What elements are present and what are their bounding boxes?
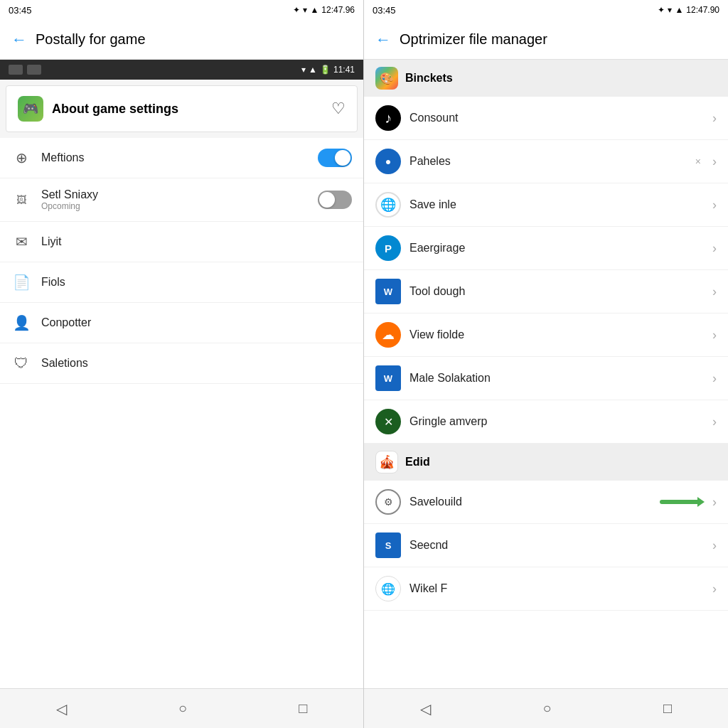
conpotter-icon: 👤: [11, 313, 31, 333]
right-status-icons: ✦ ▾ ▲ 12:47.90: [658, 5, 719, 15]
setl-toggle[interactable]: [318, 191, 352, 209]
meftions-thumb: [335, 150, 350, 166]
left-panel: 03:45 ✦ ▾ ▲ 12:47.96 ← Postally for game…: [0, 0, 364, 728]
fm-item-malesolakation[interactable]: W Male Solakation ›: [364, 357, 728, 400]
savelouild-arrow: ›: [712, 495, 717, 510]
tooldough-label: Tool dough: [410, 285, 704, 298]
conpotter-label: Conpotter: [41, 316, 352, 329]
savelouild-label: Savelouild: [410, 496, 651, 508]
consount-label: Consount: [410, 112, 704, 124]
saveinle-icon: 🌐: [375, 192, 401, 218]
settings-item-saletions[interactable]: 🛡 Saletions: [0, 343, 363, 384]
section-edid: 🎪 Edid: [364, 444, 728, 481]
gringleamverp-label: Gringle amverp: [410, 415, 704, 428]
tooldough-arrow: ›: [712, 284, 717, 299]
right-status-bar: 03:45 ✦ ▾ ▲ 12:47.90: [364, 0, 728, 20]
malesolakation-label: Male Solakation: [410, 372, 704, 385]
card-left: 🎮 About game settings: [18, 96, 178, 122]
right-home-nav[interactable]: ○: [542, 700, 551, 717]
malesolakation-arrow: ›: [712, 371, 717, 386]
seecnd-icon: S: [375, 532, 401, 558]
inner-status-bar: ▾ ▲ 🔋 11:41: [0, 60, 363, 80]
binckets-icon: 🎨: [375, 67, 398, 90]
inner-wifi-icon: ▾: [301, 65, 306, 75]
inner-time: 11:41: [333, 65, 355, 75]
fm-item-viewfiolde[interactable]: ☁ View fiolde ›: [364, 314, 728, 357]
paheles-icon: ●: [375, 149, 401, 174]
fm-item-seecnd[interactable]: S Seecnd ›: [364, 524, 728, 567]
saveinle-label: Save inle: [410, 198, 704, 211]
meftions-icon: ⊕: [11, 148, 31, 168]
settings-item-fiols[interactable]: 📄 Fiols: [0, 262, 363, 303]
fm-item-wikel[interactable]: 🌐 Wikel F ›: [364, 567, 728, 611]
inner-battery-icon: 🔋: [320, 65, 331, 75]
left-back-button[interactable]: ←: [11, 31, 27, 49]
about-game-card[interactable]: 🎮 About game settings ♡: [6, 85, 358, 132]
inner-icon-1: [9, 65, 23, 75]
right-bottom-nav: ◁ ○ □: [364, 688, 728, 728]
left-back-nav[interactable]: ◁: [56, 700, 67, 717]
right-back-nav[interactable]: ◁: [420, 700, 431, 717]
eaergirage-icon: P: [375, 235, 401, 261]
fm-item-savelouild[interactable]: ⚙ Savelouild ›: [364, 481, 728, 524]
setl-label: Setl Sniaxy: [41, 188, 308, 201]
malesolakation-icon: W: [375, 365, 401, 391]
fm-item-saveinle[interactable]: 🌐 Save inle ›: [364, 183, 728, 227]
settings-list: ⊕ Meftions 🖼 Setl Sniaxy Opcoming ✉ Liyi…: [0, 138, 363, 688]
eaergirage-label: Eaergirage: [410, 242, 704, 255]
setl-icon: 🖼: [11, 190, 31, 210]
settings-item-conpotter[interactable]: 👤 Conpotter: [0, 303, 363, 343]
right-app-bar: ← Optrimizer file manager: [364, 20, 728, 60]
left-status-bar: 03:45 ✦ ▾ ▲ 12:47.96: [0, 0, 363, 20]
settings-item-meftions[interactable]: ⊕ Meftions: [0, 138, 363, 178]
left-status-icons: ✦ ▾ ▲ 12:47.96: [293, 5, 355, 15]
fm-item-eaergirage[interactable]: P Eaergirage ›: [364, 227, 728, 270]
inner-right-icons: ▾ ▲ 🔋 11:41: [301, 65, 355, 75]
left-home-nav[interactable]: ○: [178, 700, 187, 717]
meftions-toggle[interactable]: [318, 149, 352, 167]
saletions-label: Saletions: [41, 357, 352, 370]
left-app-title: Postally for game: [36, 31, 146, 48]
tooldough-icon: W: [375, 279, 401, 304]
heart-button[interactable]: ♡: [331, 100, 346, 118]
paheles-arrow: ›: [712, 154, 717, 169]
consount-icon: ♪: [375, 105, 401, 131]
viewfiolde-icon: ☁: [375, 322, 401, 348]
saveinle-arrow: ›: [712, 198, 717, 213]
binckets-label: Binckets: [405, 72, 453, 85]
paheles-label: Paheles: [410, 155, 687, 168]
inner-left-icons: [9, 65, 41, 75]
setl-text: Setl Sniaxy Opcoming: [41, 188, 308, 211]
edid-icon: 🎪: [375, 451, 398, 473]
settings-item-setl[interactable]: 🖼 Setl Sniaxy Opcoming: [0, 178, 363, 222]
setl-sublabel: Opcoming: [41, 201, 308, 211]
viewfiolde-arrow: ›: [712, 328, 717, 343]
right-panel: 03:45 ✦ ▾ ▲ 12:47.90 ← Optrimizer file m…: [364, 0, 728, 728]
liyit-label: Liyit: [41, 235, 352, 248]
inner-icon-2: [27, 65, 41, 75]
fm-item-paheles[interactable]: ● Paheles × ›: [364, 140, 728, 183]
left-recents-nav[interactable]: □: [299, 700, 307, 717]
green-arrow: [660, 500, 700, 504]
gringleamverp-icon: ✕: [375, 409, 401, 434]
savelouild-icon: ⚙: [375, 489, 401, 515]
wikel-icon: 🌐: [375, 576, 401, 601]
liyit-icon: ✉: [11, 232, 31, 252]
right-recents-nav[interactable]: □: [663, 700, 672, 717]
wikel-arrow: ›: [712, 582, 717, 596]
settings-item-liyit[interactable]: ✉ Liyit: [0, 222, 363, 262]
card-app-icon: 🎮: [18, 96, 43, 122]
card-title: About game settings: [52, 102, 178, 117]
right-back-button[interactable]: ←: [375, 31, 391, 49]
fm-list: 🎨 Binckets ♪ Consount › ● Paheles × › 🌐 …: [364, 60, 728, 688]
right-app-title: Optrimizer file manager: [400, 31, 547, 48]
fm-item-tooldough[interactable]: W Tool dough ›: [364, 270, 728, 314]
fm-item-gringleamverp[interactable]: ✕ Gringle amverp ›: [364, 400, 728, 444]
inner-signal-icon: ▲: [309, 65, 317, 75]
fiols-icon: 📄: [11, 272, 31, 292]
gringleamverp-arrow: ›: [712, 414, 717, 429]
meftions-label: Meftions: [41, 151, 308, 164]
seecnd-label: Seecnd: [410, 539, 704, 552]
fm-item-consount[interactable]: ♪ Consount ›: [364, 97, 728, 140]
left-app-bar: ← Postally for game: [0, 20, 363, 60]
